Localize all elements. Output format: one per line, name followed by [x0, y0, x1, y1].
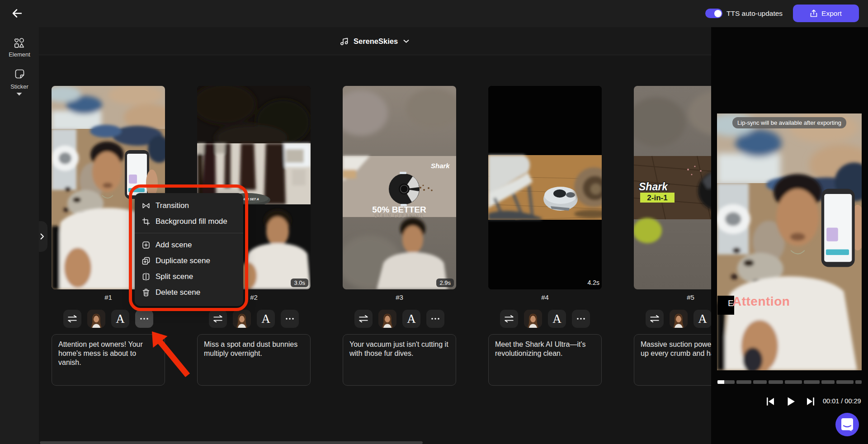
svg-text:50% BETTER: 50% BETTER: [372, 205, 426, 214]
svg-text:Shark: Shark: [639, 181, 668, 193]
svg-text:STAIN CLEANING: STAIN CLEANING: [374, 213, 425, 218]
svg-text:Shark: Shark: [431, 162, 450, 170]
svg-text:4.2s: 4.2s: [588, 279, 599, 286]
svg-text:2-in-1: 2-in-1: [647, 194, 667, 202]
